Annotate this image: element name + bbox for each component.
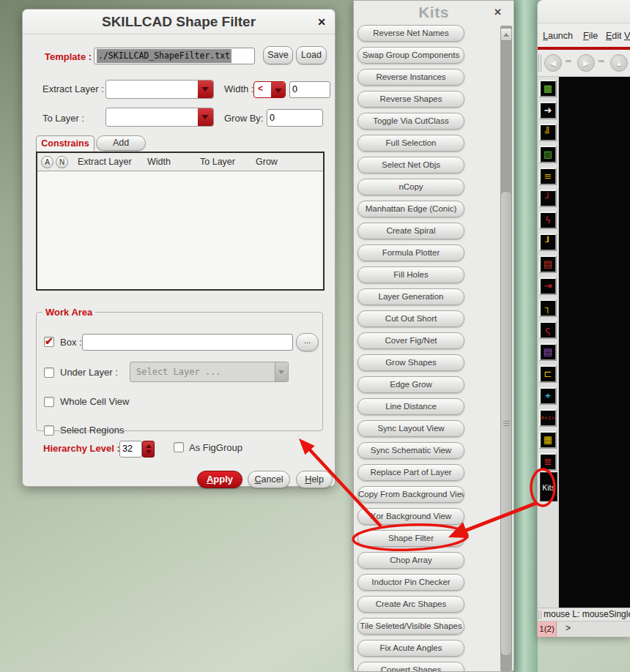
back-button[interactable]: ◀: [544, 54, 562, 72]
extract-layer-dropdown[interactable]: [105, 80, 214, 99]
close-icon[interactable]: ✕: [317, 16, 326, 28]
kits-button-formula-plotter[interactable]: Formula Plotter: [357, 244, 464, 261]
path-outline-icon[interactable]: ┚: [539, 234, 557, 251]
kits-button-fill-holes[interactable]: Fill Holes: [357, 266, 464, 283]
layout-canvas[interactable]: [559, 77, 630, 608]
kits-button-create-spiral[interactable]: Create Spiral: [357, 223, 464, 239]
pin-search-icon-glyph: ⌖: [541, 389, 555, 403]
box-browse-button[interactable]: ...: [296, 333, 319, 351]
menu-vi[interactable]: Vi: [624, 31, 630, 41]
connector-icon[interactable]: ⊏: [539, 365, 557, 383]
kits-button-tile-seleted-visible-shapes[interactable]: Tile Seleted/Visible Shapes: [357, 618, 464, 635]
kits-button-reverse-net-names[interactable]: Reverse Net Names: [357, 25, 464, 42]
template-input[interactable]: ./SKILLCAD_ShapeFilter.txt: [94, 48, 255, 64]
width-value-input[interactable]: 0: [289, 81, 330, 98]
kits-button-xor-background-view[interactable]: Xor Background View: [357, 508, 464, 525]
nav-dropdown-dash[interactable]: [598, 60, 604, 62]
layer-pattern-icon[interactable]: ▩: [539, 80, 557, 97]
as-figgroup-label: As FigGroup: [189, 442, 242, 453]
tab-constrains[interactable]: Constrains: [36, 135, 94, 152]
load-button[interactable]: Load: [296, 46, 327, 64]
stretch-bars-icon[interactable]: ⇥: [539, 277, 557, 295]
s-path-icon-glyph: ς: [541, 323, 555, 337]
kits-button-edge-grow[interactable]: Edge Grow: [357, 376, 464, 393]
save-button[interactable]: Save: [263, 46, 293, 64]
kits-toolbar-button[interactable]: Kits: [540, 472, 557, 501]
kits-button-sync-schematic-view[interactable]: Sync Schematic View: [357, 442, 464, 459]
kits-button-full-selection[interactable]: Full Selection: [357, 135, 464, 152]
width-operator-dropdown[interactable]: <: [253, 81, 286, 98]
menu-edit[interactable]: Edit: [606, 31, 622, 41]
kits-button-toggle-via-cutclass[interactable]: Toggle Via CutClass: [357, 113, 464, 130]
step-path-icon-glyph: ┐: [541, 301, 555, 316]
multilayer-rows-icon[interactable]: ▤: [539, 343, 557, 361]
kits-scrollbar[interactable]: [500, 26, 512, 671]
double-bend-icon[interactable]: ϟ: [539, 212, 557, 229]
kits-button-copy-from-background-view[interactable]: Copy From Background View: [357, 486, 464, 503]
box-input[interactable]: [82, 334, 293, 351]
grow-by-input[interactable]: 0: [267, 109, 323, 127]
kits-button-select-net-objs[interactable]: Select Net Objs: [357, 157, 464, 173]
as-figgroup-checkbox[interactable]: [174, 442, 184, 452]
layer-stack-icon[interactable]: ≡: [539, 168, 557, 185]
chevron-down-icon[interactable]: [271, 82, 285, 97]
hierarchy-level-input[interactable]: 32: [119, 441, 142, 458]
menu-launch[interactable]: Launch: [543, 31, 573, 41]
scrollbar-thumb[interactable]: [500, 191, 512, 656]
up-button[interactable]: ▲: [610, 54, 628, 72]
column-a-button[interactable]: A: [41, 156, 53, 168]
hatch-layer-icon[interactable]: ▨: [539, 146, 557, 163]
block-array-icon-glyph: ▦: [541, 433, 555, 447]
chevron-down-icon[interactable]: [275, 362, 288, 381]
menu-file[interactable]: File: [583, 31, 598, 41]
kits-button-fix-acute-angles[interactable]: Fix Acute Angles: [357, 640, 464, 657]
cancel-button[interactable]: Cancel: [248, 471, 290, 488]
select-regions-checkbox[interactable]: [44, 425, 54, 436]
kits-button-grow-shapes[interactable]: Grow Shapes: [357, 354, 464, 371]
toolbar-grip[interactable]: [538, 54, 542, 72]
chevron-down-icon[interactable]: [198, 108, 213, 126]
column-n-button[interactable]: N: [56, 156, 68, 168]
kits-button-replace-part-of-layer[interactable]: Replace Part of Layer: [357, 464, 464, 481]
path-step-icon[interactable]: ╝: [539, 124, 557, 141]
kits-button-line-distance[interactable]: Line Distance: [357, 398, 464, 415]
kits-button-swap-group-components[interactable]: Swap Group Components: [357, 47, 464, 64]
pin-search-icon[interactable]: ⌖: [539, 387, 557, 405]
box-checkbox[interactable]: [44, 337, 54, 347]
add-button[interactable]: Add: [96, 135, 146, 151]
text-rows-icon[interactable]: ≣: [539, 453, 557, 471]
to-layer-dropdown[interactable]: [105, 108, 214, 127]
whole-cell-view-checkbox[interactable]: [44, 397, 54, 407]
hierarchy-spinner[interactable]: [142, 441, 155, 458]
step-path-icon[interactable]: ┐: [539, 299, 557, 317]
chevron-down-icon[interactable]: [198, 81, 213, 98]
bus-rows-icon[interactable]: ▤: [539, 255, 557, 273]
kits-button-cover-fig-net[interactable]: Cover Fig/Net: [357, 332, 464, 349]
kits-button-shape-filter[interactable]: Shape Filter: [357, 530, 464, 547]
kits-button-inductor-pin-checker[interactable]: Inductor Pin Checker: [357, 574, 464, 591]
under-layer-checkbox[interactable]: [44, 367, 54, 378]
kits-button-reverse-shapes[interactable]: Reverse Shapes: [357, 91, 464, 108]
index-label-icon[interactable]: A<1>: [539, 409, 557, 427]
kits-button-cut-out-short[interactable]: Cut Out Short: [357, 310, 464, 327]
close-icon[interactable]: ✕: [494, 7, 502, 18]
move-shapes-icon[interactable]: ➜: [539, 102, 557, 119]
kits-button-create-arc-shapes[interactable]: Create Arc Shapes: [357, 596, 464, 613]
kits-button-sync-layout-view[interactable]: Sync Layout View: [357, 420, 464, 437]
kits-button-manhattan-edge-conic[interactable]: Manhattan Edge (Conic): [357, 201, 464, 217]
block-array-icon[interactable]: ▦: [539, 431, 557, 449]
kits-button-ncopy[interactable]: nCopy: [357, 179, 464, 195]
path-corner-icon[interactable]: ┘: [539, 190, 557, 207]
whole-cell-view-label: Whole Cell View: [60, 396, 129, 407]
under-layer-select[interactable]: Select Layer ...: [130, 362, 289, 382]
scrollbar-up-icon[interactable]: [500, 28, 512, 41]
kits-button-layer-generation[interactable]: Layer Generation: [357, 288, 464, 305]
kits-button-chop-array[interactable]: Chop Array: [357, 552, 464, 569]
nav-dropdown-dash[interactable]: [566, 60, 571, 62]
help-button[interactable]: Help: [296, 471, 333, 488]
s-path-icon[interactable]: ς: [539, 321, 557, 339]
forward-button[interactable]: ▶: [577, 54, 595, 72]
kits-button-convert-shapes[interactable]: Convert Shapes: [357, 662, 464, 672]
apply-button[interactable]: Apply: [197, 471, 242, 488]
kits-button-reverse-instances[interactable]: Reverse Instances: [357, 69, 464, 86]
